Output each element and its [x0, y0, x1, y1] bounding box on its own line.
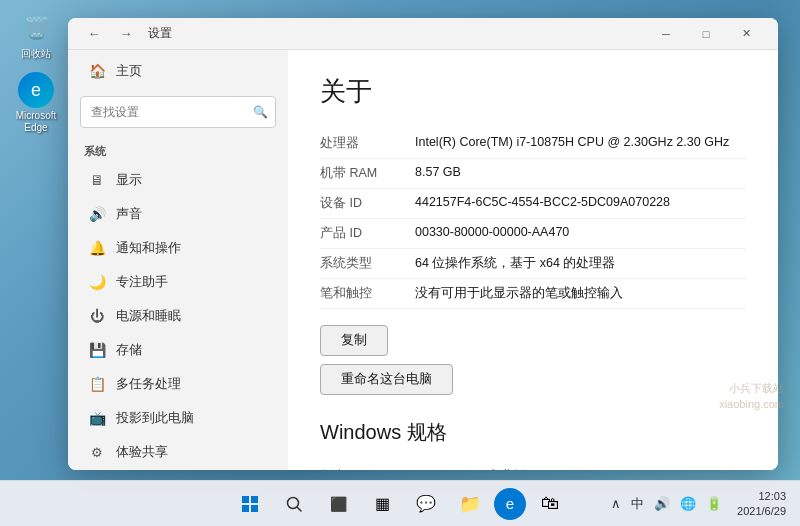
- sidebar-search[interactable]: 🔍: [80, 96, 276, 128]
- spec-label-system-type: 系统类型: [320, 249, 415, 279]
- recycle-bin-icon: 🗑️: [18, 10, 54, 46]
- spec-table: 处理器 Intel(R) Core(TM) i7-10875H CPU @ 2.…: [320, 129, 746, 309]
- taskbar: ⬛ ▦ 💬 📁 e 🛍 ∧ 中 🔊 🌐 🔋 12:03 2021/6/29: [0, 480, 800, 526]
- win-label-edition: 版本: [320, 462, 415, 470]
- maximize-button[interactable]: □: [686, 18, 726, 50]
- tray-lang[interactable]: 中: [628, 493, 647, 515]
- tray-network[interactable]: 🌐: [677, 494, 699, 513]
- explorer-button[interactable]: 📁: [450, 484, 490, 524]
- spec-value-product-id: 00330-80000-00000-AA470: [415, 219, 746, 249]
- rename-button[interactable]: 重命名这台电脑: [320, 364, 453, 395]
- time-display[interactable]: 12:03 2021/6/29: [731, 487, 792, 520]
- storage-icon: 💾: [88, 341, 106, 359]
- sidebar-item-project[interactable]: 📺 投影到此电脑: [72, 401, 284, 435]
- back-button[interactable]: ←: [80, 20, 108, 48]
- main-content: 关于 处理器 Intel(R) Core(TM) i7-10875H CPU @…: [288, 50, 778, 470]
- spec-label-processor: 处理器: [320, 129, 415, 159]
- project-label: 投影到此电脑: [116, 410, 194, 427]
- sidebar-item-multitask[interactable]: 📋 多任务处理: [72, 367, 284, 401]
- sidebar-item-sound[interactable]: 🔊 声音: [72, 197, 284, 231]
- spec-value-processor: Intel(R) Core(TM) i7-10875H CPU @ 2.30GH…: [415, 129, 746, 159]
- desktop-icon-edge[interactable]: e Microsoft Edge: [8, 72, 64, 134]
- windows-table: 版本 Windows 11 专业版 版本号 Dev 安装日期 2021/6/29…: [320, 462, 746, 470]
- date-text: 2021/6/29: [737, 504, 786, 518]
- recycle-bin-label: 回收站: [21, 48, 51, 60]
- title-bar: ← → 设置 ─ □ ✕: [68, 18, 778, 50]
- window-body: 🏠 主页 🔍 系统 🖥 显示 🔊 声音: [68, 50, 778, 470]
- svg-rect-1: [251, 496, 258, 503]
- system-tray: ∧ 中 🔊 🌐 🔋: [608, 493, 725, 515]
- sidebar-section-label: 系统: [68, 136, 288, 163]
- multitask-icon: 📋: [88, 375, 106, 393]
- settings-window: ← → 设置 ─ □ ✕ 🏠 主页 🔍: [68, 18, 778, 470]
- desktop-icon-recycle[interactable]: 🗑️ 回收站: [8, 10, 64, 60]
- desktop: 🗑️ 回收站 e Microsoft Edge ← → 设置 ─ □ ✕: [0, 0, 800, 480]
- storage-label: 存储: [116, 342, 142, 359]
- watermark-line2: xiaobing.com: [719, 397, 784, 412]
- spec-row-pen: 笔和触控 没有可用于此显示器的笔或触控输入: [320, 279, 746, 309]
- notifications-icon: 🔔: [88, 239, 106, 257]
- page-title: 关于: [320, 74, 746, 109]
- search-input[interactable]: [80, 96, 276, 128]
- project-icon: 📺: [88, 409, 106, 427]
- spec-label-ram: 机带 RAM: [320, 159, 415, 189]
- power-icon: ⏻: [88, 307, 106, 325]
- window-title: 设置: [148, 25, 172, 42]
- time-text: 12:03: [737, 489, 786, 503]
- multitask-label: 多任务处理: [116, 376, 181, 393]
- svg-rect-3: [251, 505, 258, 512]
- taskbar-tray: ∧ 中 🔊 🌐 🔋 12:03 2021/6/29: [608, 487, 792, 520]
- watermark-line1: 小兵下载站: [719, 381, 784, 396]
- sidebar-item-focus[interactable]: 🌙 专注助手: [72, 265, 284, 299]
- sidebar-item-notifications[interactable]: 🔔 通知和操作: [72, 231, 284, 265]
- power-label: 电源和睡眠: [116, 308, 181, 325]
- svg-rect-0: [242, 496, 249, 503]
- spec-row-processor: 处理器 Intel(R) Core(TM) i7-10875H CPU @ 2.…: [320, 129, 746, 159]
- sidebar-item-storage[interactable]: 💾 存储: [72, 333, 284, 367]
- widgets-button[interactable]: ▦: [362, 484, 402, 524]
- spec-row-product-id: 产品 ID 00330-80000-00000-AA470: [320, 219, 746, 249]
- spec-row-device-id: 设备 ID 442157F4-6C5C-4554-BCC2-5DC09A0702…: [320, 189, 746, 219]
- spec-value-system-type: 64 位操作系统，基于 x64 的处理器: [415, 249, 746, 279]
- copy-button-1[interactable]: 复制: [320, 325, 388, 356]
- chat-button[interactable]: 💬: [406, 484, 446, 524]
- tray-battery[interactable]: 🔋: [703, 494, 725, 513]
- start-icon: [241, 495, 259, 513]
- store-button[interactable]: 🛍: [530, 484, 570, 524]
- sidebar-item-power[interactable]: ⏻ 电源和睡眠: [72, 299, 284, 333]
- taskbar-search-button[interactable]: [274, 484, 314, 524]
- tray-volume[interactable]: 🔊: [651, 494, 673, 513]
- close-button[interactable]: ✕: [726, 18, 766, 50]
- spec-value-pen: 没有可用于此显示器的笔或触控输入: [415, 279, 746, 309]
- desktop-icons: 🗑️ 回收站 e Microsoft Edge: [8, 10, 64, 134]
- share-label: 体验共享: [116, 444, 168, 461]
- spec-row-system-type: 系统类型 64 位操作系统，基于 x64 的处理器: [320, 249, 746, 279]
- forward-button[interactable]: →: [112, 20, 140, 48]
- svg-rect-2: [242, 505, 249, 512]
- taskview-button[interactable]: ⬛: [318, 484, 358, 524]
- spec-value-device-id: 442157F4-6C5C-4554-BCC2-5DC09A070228: [415, 189, 746, 219]
- title-bar-nav: ← →: [80, 20, 140, 48]
- home-label: 主页: [116, 63, 142, 80]
- sidebar-item-share[interactable]: ⚙ 体验共享: [72, 435, 284, 469]
- share-icon: ⚙: [88, 443, 106, 461]
- spec-label-product-id: 产品 ID: [320, 219, 415, 249]
- sidebar: 🏠 主页 🔍 系统 🖥 显示 🔊 声音: [68, 50, 288, 470]
- sidebar-item-home[interactable]: 🏠 主页: [72, 54, 284, 88]
- windows-section-title: Windows 规格: [320, 419, 746, 446]
- focus-icon: 🌙: [88, 273, 106, 291]
- home-icon: 🏠: [88, 62, 106, 80]
- minimize-button[interactable]: ─: [646, 18, 686, 50]
- spec-label-pen: 笔和触控: [320, 279, 415, 309]
- display-label: 显示: [116, 172, 142, 189]
- focus-label: 专注助手: [116, 274, 168, 291]
- start-button[interactable]: [230, 484, 270, 524]
- notifications-label: 通知和操作: [116, 240, 181, 257]
- sidebar-item-display[interactable]: 🖥 显示: [72, 163, 284, 197]
- tray-chevron[interactable]: ∧: [608, 494, 624, 513]
- window-controls: ─ □ ✕: [646, 18, 766, 50]
- taskbar-edge-button[interactable]: e: [494, 488, 526, 520]
- taskbar-center: ⬛ ▦ 💬 📁 e 🛍: [230, 484, 570, 524]
- edge-label: Microsoft Edge: [8, 110, 64, 134]
- win-value-edition: Windows 11 专业版: [415, 462, 746, 470]
